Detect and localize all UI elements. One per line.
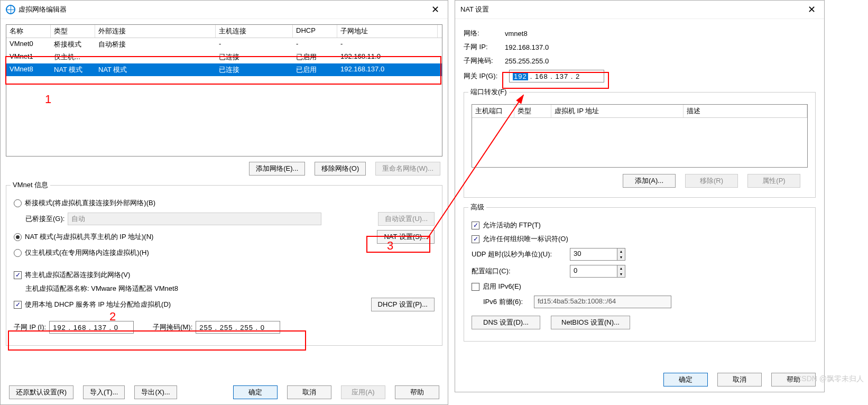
nat-settings-button[interactable]: NAT 设置(S)...	[377, 230, 435, 244]
gateway-ip-label: 网关 IP(G):	[464, 71, 506, 81]
vmnet-info-group: VMnet 信息 桥接模式(将虚拟机直接连接到外部网络)(B) 已桥接至(G):…	[6, 185, 442, 346]
titlebar: 虚拟网络编辑器 ✕	[1, 1, 448, 19]
fwd-remove-button: 移除(R)	[685, 174, 738, 188]
up-icon: ▲	[617, 265, 625, 271]
subnet-mask-value: 255.255.255.0	[505, 57, 549, 65]
table-row-selected[interactable]: VMnet8NAT 模式NAT 模式已连接已启用192.168.137.0	[6, 63, 442, 76]
help-button[interactable]: 帮助	[771, 373, 816, 386]
table-row[interactable]: VMnet1仅主机...已连接已启用192.168.11.0	[6, 51, 442, 63]
col-type[interactable]: 类型	[51, 25, 95, 38]
radio-bridge-label: 桥接模式(将虚拟机直接连接到外部网络)(B)	[25, 198, 155, 208]
col-name[interactable]: 名称	[6, 25, 51, 38]
dialog-title: 虚拟网络编辑器	[19, 5, 67, 14]
export-button[interactable]: 导出(X)...	[134, 385, 177, 399]
fwd-add-button[interactable]: 添加(A)...	[623, 174, 676, 188]
network-value: vmnet8	[505, 30, 528, 38]
radio-bridge[interactable]	[14, 199, 22, 207]
table-header: 名称 类型 外部连接 主机连接 DHCP 子网地址	[6, 25, 442, 38]
dialog-title: NAT 设置	[460, 5, 489, 14]
config-port-label: 配置端口(C):	[472, 266, 567, 276]
radio-nat-label: NAT 模式(与虚拟机共享主机的 IP 地址)(N)	[25, 232, 153, 242]
subnet-mask-label: 子网掩码(M):	[153, 323, 192, 332]
check-dhcp[interactable]	[14, 301, 22, 309]
table-row[interactable]: VMnet0桥接模式自动桥接---	[6, 38, 442, 51]
virtual-network-editor-dialog: 虚拟网络编辑器 ✕ 名称 类型 外部连接 主机连接 DHCP 子网地址 VMne…	[0, 0, 448, 405]
globe-icon	[6, 5, 15, 14]
col-sub[interactable]: 子网地址	[337, 25, 438, 38]
subnet-mask-label: 子网掩码:	[464, 56, 502, 66]
udp-timeout-label: UDP 超时(以秒为单位)(U):	[472, 250, 567, 259]
radio-nat[interactable]	[14, 233, 22, 241]
subnet-ip-value: 192.168.137.0	[505, 43, 549, 51]
col-host-port[interactable]: 主机端口	[472, 105, 514, 117]
col-desc[interactable]: 描述	[684, 105, 807, 117]
titlebar: NAT 设置 ✕	[455, 1, 824, 19]
ipv6-prefix-input: fd15:4ba5:5a2b:1008::/64	[534, 296, 671, 308]
bridge-select: 自动	[68, 213, 321, 225]
ok-button[interactable]: 确定	[233, 385, 278, 399]
check-dhcp-label: 使用本地 DHCP 服务将 IP 地址分配给虚拟机(D)	[25, 300, 171, 309]
check-hostadapter[interactable]	[14, 271, 22, 279]
col-host[interactable]: 主机连接	[216, 25, 293, 38]
port-forward-title: 端口转发(F)	[468, 87, 509, 97]
remove-network-button[interactable]: 移除网络(O)	[315, 162, 366, 176]
bridge-to-label: 已桥接至(G):	[25, 214, 64, 224]
close-icon[interactable]: ✕	[804, 4, 819, 15]
host-adapter-name: 主机虚拟适配器名称: VMware 网络适配器 VMnet8	[25, 284, 178, 293]
fwd-prop-button: 属性(P)	[747, 174, 800, 188]
col-ext[interactable]: 外部连接	[95, 25, 216, 38]
advanced-title: 高级	[468, 202, 486, 212]
subnet-ip-input[interactable]: 192 . 168 . 137 . 0	[49, 321, 134, 334]
ipv6-prefix-label: IPv6 前缀(6):	[483, 297, 531, 307]
check-org-label: 允许任何组织唯一标识符(O)	[483, 234, 568, 244]
subnet-mask-input[interactable]: 255 . 255 . 255 . 0	[196, 321, 280, 334]
check-ipv6-label: 启用 IPv6(E)	[483, 282, 521, 291]
import-button[interactable]: 导入(T)...	[83, 385, 125, 399]
bridge-auto-button: 自动设置(U)...	[378, 212, 435, 226]
down-icon: ▼	[617, 271, 625, 277]
group-title: VMnet 信息	[11, 180, 50, 190]
check-ftp-label: 允许活动的 FTP(T)	[483, 220, 541, 230]
udp-timeout-input[interactable]: 30▲▼	[570, 248, 625, 261]
nat-settings-dialog: NAT 设置 ✕ 网络:vmnet8 子网 IP:192.168.137.0 子…	[455, 0, 825, 392]
check-ftp[interactable]	[472, 222, 479, 229]
col-dhcp[interactable]: DHCP	[293, 25, 337, 38]
config-port-input[interactable]: 0▲▼	[570, 265, 625, 278]
col-type[interactable]: 类型	[514, 105, 551, 117]
radio-hostonly-label: 仅主机模式(在专用网络内连接虚拟机)(H)	[25, 248, 149, 257]
col-vm-ip[interactable]: 虚拟机 IP 地址	[551, 105, 684, 117]
help-button[interactable]: 帮助	[395, 385, 439, 399]
cancel-button[interactable]: 取消	[287, 385, 331, 399]
network-table: 名称 类型 外部连接 主机连接 DHCP 子网地址 VMnet0桥接模式自动桥接…	[6, 24, 442, 157]
ok-button[interactable]: 确定	[663, 373, 708, 386]
netbios-settings-button[interactable]: NetBIOS 设置(N)...	[551, 316, 630, 329]
gateway-oct1: 192	[513, 72, 528, 80]
port-forward-table: 主机端口 类型 虚拟机 IP 地址 描述	[472, 104, 808, 168]
network-label: 网络:	[464, 29, 502, 38]
rename-network-button: 重命名网络(W)...	[375, 162, 440, 176]
radio-hostonly[interactable]	[14, 249, 22, 257]
add-network-button[interactable]: 添加网络(E)...	[249, 162, 305, 176]
check-hostadapter-label: 将主机虚拟适配器连接到此网络(V)	[25, 270, 130, 280]
subnet-ip-label: 子网 IP (I):	[14, 323, 46, 332]
restore-defaults-button[interactable]: 还原默认设置(R)	[9, 385, 73, 399]
subnet-ip-label: 子网 IP:	[464, 42, 502, 52]
cancel-button[interactable]: 取消	[717, 373, 762, 386]
check-ipv6[interactable]	[472, 283, 479, 291]
check-org[interactable]	[472, 235, 479, 243]
up-icon: ▲	[617, 248, 625, 254]
gateway-ip-input[interactable]: 192 . 168 . 137 . 2	[509, 70, 604, 82]
close-icon[interactable]: ✕	[428, 4, 442, 15]
dhcp-settings-button[interactable]: DHCP 设置(P)...	[371, 298, 435, 311]
down-icon: ▼	[617, 254, 625, 260]
dns-settings-button[interactable]: DNS 设置(D)...	[472, 316, 540, 329]
apply-button: 应用(A)	[341, 385, 385, 399]
